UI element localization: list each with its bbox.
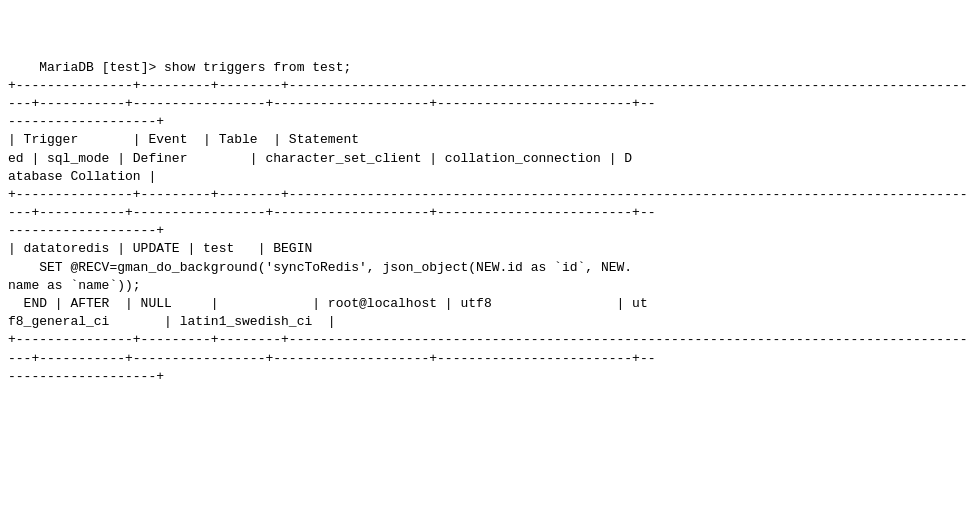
terminal-window: MariaDB [test]> show triggers from test;… (0, 0, 968, 522)
terminal-output: MariaDB [test]> show triggers from test;… (8, 40, 960, 422)
command-line: MariaDB [test]> show triggers from test;… (8, 60, 968, 384)
